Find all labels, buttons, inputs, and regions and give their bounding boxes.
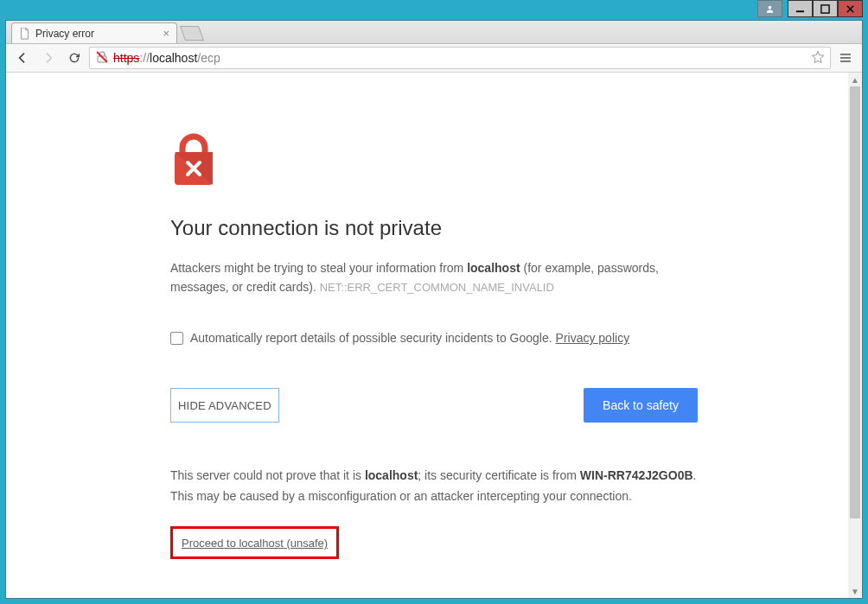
url-path: /ecp: [197, 51, 220, 65]
warning-paragraph: Attackers might be trying to steal your …: [170, 259, 698, 296]
svg-rect-2: [821, 4, 829, 12]
window-minimize-button[interactable]: [788, 0, 813, 17]
proceed-highlight-box: Proceed to localhost (unsafe): [170, 526, 339, 559]
browser-tab[interactable]: Privacy error ×: [11, 22, 177, 43]
back-button[interactable]: [11, 47, 34, 69]
tab-title: Privacy error: [35, 28, 94, 40]
report-checkbox[interactable]: [170, 332, 183, 345]
url-display: https://localhost/ecp: [113, 51, 220, 65]
action-button-row: HIDE ADVANCED Back to safety: [170, 388, 698, 423]
back-to-safety-button[interactable]: Back to safety: [584, 388, 698, 423]
bookmark-star-icon[interactable]: [811, 50, 825, 67]
tab-close-button[interactable]: ×: [163, 27, 169, 40]
browser-toolbar: https://localhost/ecp: [6, 44, 862, 73]
warning-host: localhost: [467, 261, 520, 275]
reload-button[interactable]: [63, 47, 86, 69]
url-separator: ://: [139, 51, 150, 65]
url-host: localhost: [150, 51, 197, 65]
scroll-thumb[interactable]: [850, 86, 860, 518]
svg-point-0: [769, 5, 772, 9]
window-titlebar: [0, 0, 868, 20]
page-heading: Your connection is not private: [170, 216, 698, 240]
page-icon: [19, 28, 30, 40]
hamburger-menu-button[interactable]: [834, 47, 857, 69]
scroll-up-arrow-icon[interactable]: ▲: [848, 73, 862, 86]
proceed-unsafe-link[interactable]: Proceed to localhost (unsafe): [182, 537, 328, 550]
svg-rect-1: [796, 10, 804, 12]
insecure-lock-icon: [170, 133, 217, 187]
page-viewport: Your connection is not private Attackers…: [6, 73, 862, 598]
url-scheme: https: [113, 51, 139, 65]
window-close-button[interactable]: [838, 0, 863, 17]
tab-strip: Privacy error ×: [6, 21, 862, 44]
forward-button[interactable]: [37, 47, 60, 69]
vertical-scrollbar[interactable]: ▲ ▼: [848, 73, 862, 598]
browser-window: Privacy error × https://localhost/ecp: [5, 20, 863, 599]
new-tab-button[interactable]: [180, 26, 204, 41]
error-code: NET::ERR_CERT_COMMON_NAME_INVALID: [320, 281, 554, 294]
window-user-button[interactable]: [757, 0, 782, 17]
ssl-error-icon: [95, 50, 109, 67]
hide-advanced-button[interactable]: HIDE ADVANCED: [170, 388, 279, 423]
address-bar[interactable]: https://localhost/ecp: [89, 47, 831, 69]
window-maximize-button[interactable]: [813, 0, 838, 17]
privacy-policy-link[interactable]: Privacy policy: [556, 331, 630, 345]
report-checkbox-row: Automatically report details of possible…: [170, 331, 698, 345]
scroll-down-arrow-icon[interactable]: ▼: [848, 584, 862, 598]
privacy-error-page: Your connection is not private Attackers…: [6, 73, 862, 598]
report-checkbox-label: Automatically report details of possible…: [190, 331, 629, 345]
advanced-explanation: This server could not prove that it is l…: [170, 466, 698, 507]
